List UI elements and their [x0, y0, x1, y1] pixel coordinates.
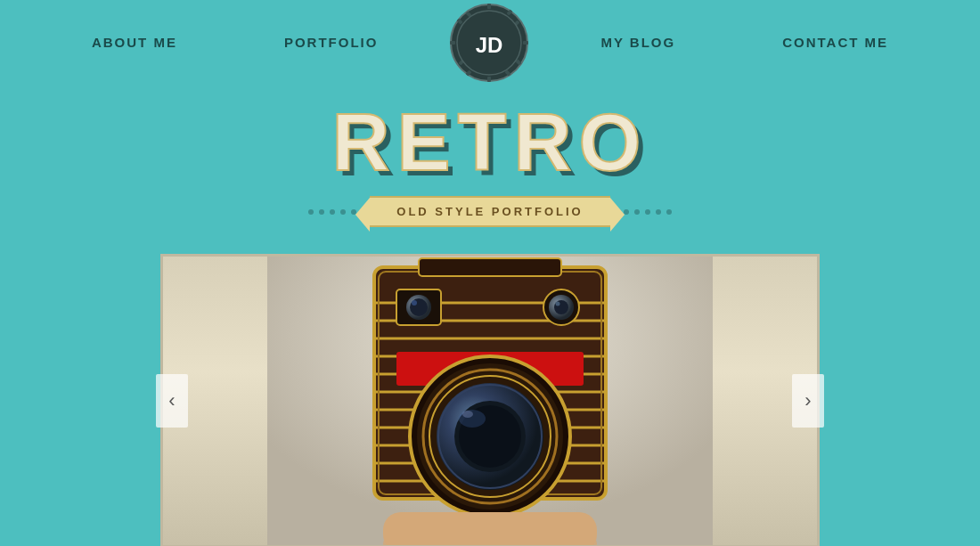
- slider-prev-button[interactable]: ‹: [156, 374, 188, 428]
- logo-svg: JD: [449, 3, 529, 83]
- camera-image: Kodak: [267, 257, 713, 545]
- slider-container: Kodak: [160, 254, 820, 546]
- ribbon-banner: OLD STYLE PORTFOLIO: [370, 196, 609, 227]
- nav-item-portfolio[interactable]: PORTFOLIO: [231, 35, 432, 50]
- chevron-left-icon: ‹: [168, 389, 175, 412]
- svg-rect-5: [523, 41, 528, 45]
- svg-rect-33: [419, 258, 561, 276]
- dot-10: [666, 209, 672, 215]
- ribbon-wrapper: OLD STYLE PORTFOLIO: [0, 196, 980, 227]
- nav-item-contact-me[interactable]: CONTACT ME: [729, 35, 942, 50]
- chevron-right-icon: ›: [804, 389, 811, 412]
- slider-next-button[interactable]: ›: [792, 374, 824, 428]
- slider-side-left: [0, 254, 151, 546]
- svg-point-46: [556, 302, 560, 306]
- dot-9: [656, 209, 661, 215]
- dot-3: [330, 209, 335, 215]
- ribbon-dots-left: [308, 209, 356, 215]
- svg-point-57: [462, 411, 473, 418]
- logo-badge[interactable]: JD: [449, 3, 529, 83]
- nav-item-about-me[interactable]: ABOUT ME: [38, 35, 231, 50]
- ribbon-dots-right: [624, 209, 672, 215]
- hero-title: RETRO: [332, 102, 649, 183]
- slider-side-right: [829, 254, 980, 546]
- ribbon-text: OLD STYLE PORTFOLIO: [396, 205, 583, 218]
- dot-8: [645, 209, 650, 215]
- dot-7: [634, 209, 640, 215]
- dot-1: [308, 209, 314, 215]
- svg-point-41: [412, 300, 417, 306]
- navigation: ABOUT ME PORTFOLIO: [0, 0, 980, 85]
- svg-rect-59: [383, 512, 597, 545]
- slider-section: ‹: [0, 254, 980, 546]
- camera-scene: Kodak: [163, 257, 817, 545]
- hero-section: RETRO RETRO OLD STYLE PORTFOLIO: [0, 85, 980, 254]
- nav-item-my-blog[interactable]: MY BLOG: [547, 35, 729, 50]
- svg-rect-3: [487, 77, 491, 82]
- svg-rect-2: [487, 4, 491, 9]
- dot-2: [319, 209, 324, 215]
- hero-title-wrapper: RETRO RETRO: [332, 102, 649, 183]
- svg-rect-4: [450, 41, 455, 45]
- svg-text:JD: JD: [476, 33, 503, 57]
- dot-4: [340, 209, 346, 215]
